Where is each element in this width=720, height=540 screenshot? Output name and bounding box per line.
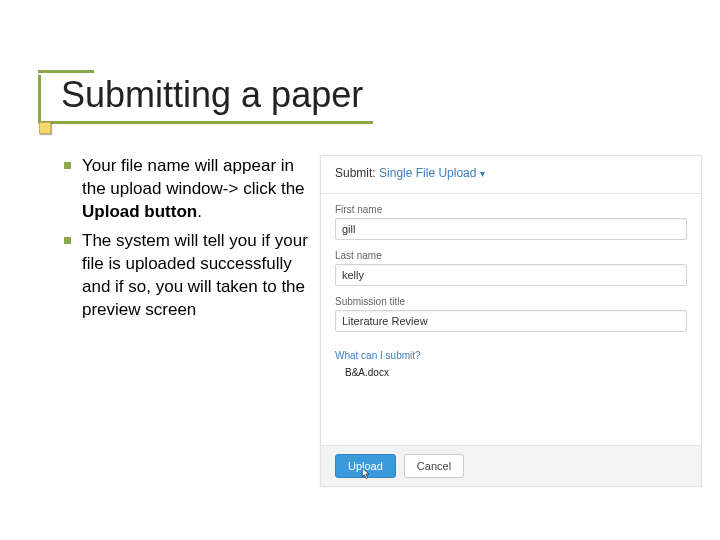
- bullet-list: Your file name will appear in the upload…: [60, 155, 312, 328]
- dialog-footer: Upload Cancel: [321, 445, 701, 486]
- bullet-text: The system will tell you if your file is…: [82, 231, 308, 319]
- submit-label: Submit:: [335, 166, 376, 180]
- page-title: Submitting a paper: [61, 75, 363, 115]
- list-item: The system will tell you if your file is…: [60, 230, 312, 322]
- submission-title-label: Submission title: [335, 296, 687, 307]
- lastname-input[interactable]: [335, 264, 687, 286]
- divider: [321, 193, 701, 194]
- firstname-input[interactable]: [335, 218, 687, 240]
- lastname-label: Last name: [335, 250, 687, 261]
- submit-mode-dropdown[interactable]: Single File Upload ▾: [379, 166, 485, 180]
- cursor-icon: [361, 468, 371, 480]
- upload-dialog-screenshot: Submit: Single File Upload ▾ First name …: [320, 155, 702, 487]
- title-box: Submitting a paper: [38, 75, 373, 124]
- what-can-i-submit-link[interactable]: What can I submit?: [335, 350, 687, 361]
- cancel-button[interactable]: Cancel: [404, 454, 464, 478]
- bullet-text: Your file name will appear in the upload…: [82, 156, 305, 221]
- title-block: Submitting a paper: [38, 70, 373, 124]
- selected-file-name: B&A.docx: [345, 367, 687, 378]
- bullet-icon: [64, 162, 71, 169]
- list-item: Your file name will appear in the upload…: [60, 155, 312, 224]
- title-corner-decoration: [39, 122, 51, 134]
- submission-title-input[interactable]: [335, 310, 687, 332]
- slide: Submitting a paper Your file name will a…: [0, 0, 720, 540]
- upload-button[interactable]: Upload: [335, 454, 396, 478]
- bullet-icon: [64, 237, 71, 244]
- firstname-label: First name: [335, 204, 687, 215]
- chevron-down-icon: ▾: [480, 165, 485, 183]
- dialog-header: Submit: Single File Upload ▾: [335, 164, 687, 183]
- title-rule: [38, 70, 94, 73]
